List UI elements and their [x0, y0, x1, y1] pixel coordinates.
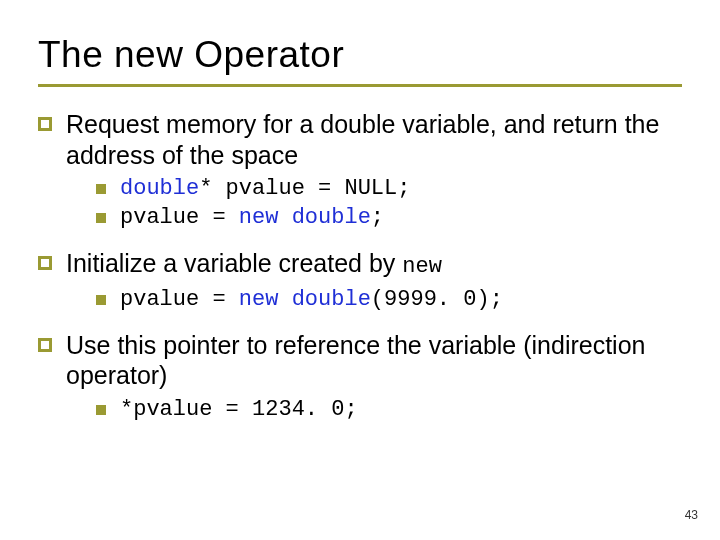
point-3-text: Use this pointer to reference the variab… — [66, 330, 682, 391]
point-1: Request memory for a double variable, an… — [38, 109, 682, 170]
title-underline — [38, 84, 682, 87]
square-open-icon — [38, 338, 52, 352]
bullet-list: Request memory for a double variable, an… — [38, 109, 682, 422]
point-3: Use this pointer to reference the variab… — [38, 330, 682, 391]
square-solid-icon — [96, 405, 106, 415]
square-solid-icon — [96, 213, 106, 223]
code-text: *pvalue = 1234. 0; — [120, 397, 358, 422]
point-2: Initialize a variable created by new — [38, 248, 682, 281]
code-line-3: pvalue = new double(9999. 0); — [96, 287, 682, 312]
code-line-4: *pvalue = 1234. 0; — [96, 397, 682, 422]
page-number: 43 — [685, 508, 698, 522]
square-solid-icon — [96, 295, 106, 305]
code-text: pvalue = new double; — [120, 205, 384, 230]
point-3-sub: *pvalue = 1234. 0; — [96, 397, 682, 422]
square-solid-icon — [96, 184, 106, 194]
code-line-1: double* pvalue = NULL; — [96, 176, 682, 201]
point-2-sub: pvalue = new double(9999. 0); — [96, 287, 682, 312]
code-text: pvalue = new double(9999. 0); — [120, 287, 503, 312]
slide-title: The new Operator — [38, 34, 682, 76]
code-text: double* pvalue = NULL; — [120, 176, 410, 201]
point-1-sub: double* pvalue = NULL; pvalue = new doub… — [96, 176, 682, 230]
square-open-icon — [38, 256, 52, 270]
square-open-icon — [38, 117, 52, 131]
code-line-2: pvalue = new double; — [96, 205, 682, 230]
point-1-text: Request memory for a double variable, an… — [66, 109, 682, 170]
point-2-text: Initialize a variable created by new — [66, 248, 442, 281]
